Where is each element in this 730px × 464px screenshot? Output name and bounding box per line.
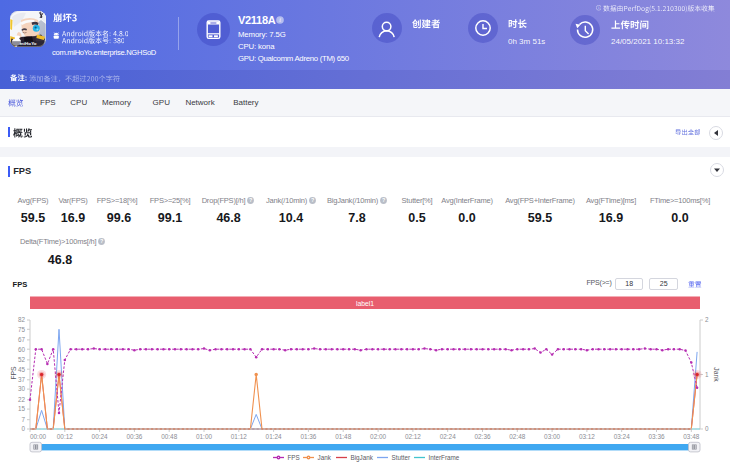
svg-text:0: 0 [21, 425, 25, 432]
svg-text:label1: label1 [356, 300, 374, 307]
svg-text:7: 7 [21, 416, 25, 423]
svg-text:FPS: FPS [10, 366, 17, 380]
svg-text:i: i [598, 6, 599, 10]
svg-text:03:00: 03:00 [544, 433, 560, 440]
svg-text:75: 75 [18, 326, 26, 333]
svg-text:03:36: 03:36 [649, 433, 665, 440]
svg-text:00:00: 00:00 [30, 433, 46, 440]
svg-text:00:48: 00:48 [161, 433, 177, 440]
svg-text:45: 45 [18, 366, 26, 373]
svg-text:01:24: 01:24 [266, 433, 282, 440]
svg-text:02:36: 02:36 [475, 433, 491, 440]
svg-text:03:48: 03:48 [683, 433, 699, 440]
svg-text:82: 82 [18, 316, 26, 323]
svg-text:Jank: Jank [318, 454, 332, 461]
svg-text:52: 52 [18, 356, 26, 363]
svg-text:?: ? [100, 238, 103, 244]
svg-text:30: 30 [18, 385, 26, 392]
svg-text:02:12: 02:12 [405, 433, 421, 440]
svg-text:0: 0 [705, 425, 709, 432]
svg-text:BigJank: BigJank [351, 454, 374, 462]
svg-text:Jank: Jank [713, 367, 720, 382]
svg-text:15: 15 [18, 405, 26, 412]
svg-text:02:48: 02:48 [509, 433, 525, 440]
svg-text:FPS: FPS [288, 454, 300, 461]
svg-text:60: 60 [18, 346, 26, 353]
svg-text:37: 37 [18, 376, 26, 383]
svg-text:03:12: 03:12 [579, 433, 595, 440]
svg-text:miHoYo: miHoYo [20, 41, 37, 46]
svg-text:01:36: 01:36 [300, 433, 316, 440]
svg-text:01:48: 01:48 [335, 433, 351, 440]
svg-text:02:24: 02:24 [440, 433, 456, 440]
svg-text:00:36: 00:36 [126, 433, 142, 440]
svg-text:01:12: 01:12 [231, 433, 247, 440]
svg-text:67: 67 [18, 336, 26, 343]
svg-text:01:00: 01:00 [196, 433, 212, 440]
svg-text:00:12: 00:12 [57, 433, 73, 440]
svg-text:InterFrame: InterFrame [429, 454, 460, 461]
svg-text:2: 2 [705, 316, 709, 323]
svg-text:02:00: 02:00 [370, 433, 386, 440]
svg-text:Stutter: Stutter [392, 454, 411, 461]
svg-text:1: 1 [705, 371, 709, 378]
svg-text:03:24: 03:24 [614, 433, 630, 440]
svg-text:22: 22 [18, 396, 26, 403]
svg-text:00:24: 00:24 [92, 433, 108, 440]
